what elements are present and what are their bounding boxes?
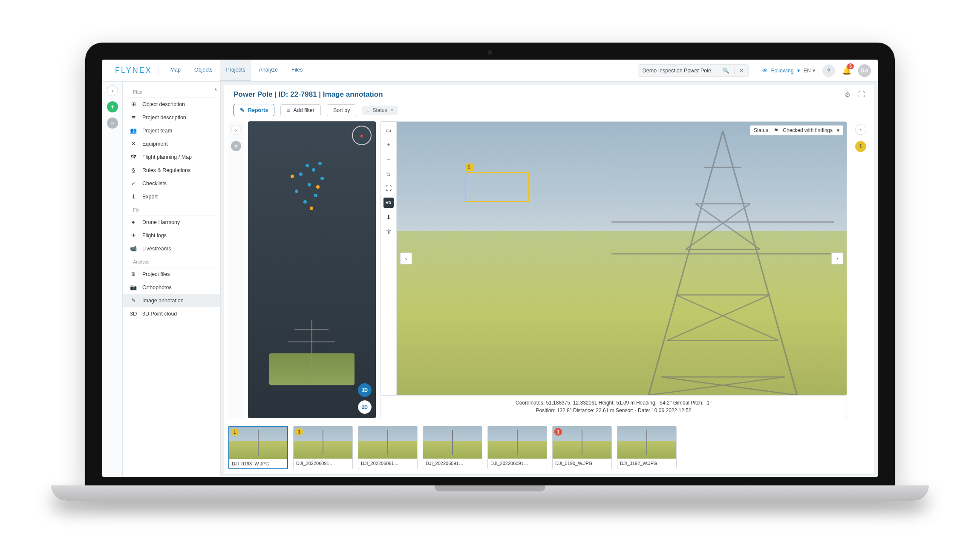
sidebar-item-3d-point-cloud[interactable]: 3D3D Point cloud: [123, 307, 220, 320]
sidebar-item-label: Rules & Regulations: [142, 167, 190, 173]
3d-viewer[interactable]: ◆: [248, 121, 376, 418]
content-rail-expand[interactable]: ›: [231, 125, 241, 135]
hd-toggle[interactable]: HD: [383, 198, 394, 208]
search-input[interactable]: [643, 68, 718, 74]
sidebar-section-fly: Fly: [126, 203, 217, 215]
rect-tool[interactable]: ▭: [383, 125, 394, 135]
zoom-in-button[interactable]: ＋: [383, 140, 394, 150]
add-button[interactable]: +: [107, 101, 118, 112]
language-select[interactable]: EN ▾: [804, 67, 816, 74]
sort-button[interactable]: Sort by: [327, 104, 357, 116]
annotation-box[interactable]: 1: [465, 172, 529, 202]
sidebar-item-label: Export: [142, 194, 158, 200]
notifications-button[interactable]: 🔔 6: [842, 66, 851, 75]
thumbnail-label: DJI_202206091…: [358, 459, 417, 468]
page-title: Power Pole | ID: 22-7981 | Image annotat…: [233, 90, 383, 99]
add-filter-button[interactable]: ≡ Add filter: [280, 104, 321, 116]
sidebar-item-flight-planning-map[interactable]: 🗺Flight planning / Map: [123, 150, 220, 164]
sidebar-item-label: Checklists: [142, 181, 167, 187]
thumbnail[interactable]: 1DJI_0168_W.JPG: [228, 426, 288, 469]
nav-objects[interactable]: Objects: [188, 60, 218, 81]
sidebar-item-label: Orthophotos: [142, 284, 172, 290]
right-panel-expand[interactable]: ‹: [855, 124, 866, 135]
sidebar-item-object-description[interactable]: ⊞Object description: [123, 98, 220, 111]
reports-button[interactable]: ✎ Reports: [233, 104, 274, 116]
sidebar-item-checklists[interactable]: ✓Checklists: [123, 177, 220, 190]
nav-files[interactable]: Files: [285, 60, 308, 81]
sidebar-item-project-description[interactable]: ≣Project description: [123, 111, 220, 124]
fullscreen-icon[interactable]: ⛶: [858, 91, 865, 99]
sidebar-item-label: Flight planning / Map: [142, 154, 192, 160]
thumbnail-label: DJI_0168_W.JPG: [229, 459, 287, 468]
rail-secondary-button[interactable]: ≡: [107, 118, 118, 129]
sidebar-item-icon: ✕: [130, 141, 137, 147]
status-filter-chip[interactable]: ↓ Status ×: [362, 106, 398, 115]
sidebar-item-project-team[interactable]: 👥Project team: [123, 124, 220, 137]
app-header: FLYNEX MapObjectsProjectsAnalyzeFiles 🔍 …: [102, 60, 878, 82]
nav-projects[interactable]: Projects: [220, 60, 251, 81]
following-toggle[interactable]: 👁 Following ▾: [762, 67, 800, 74]
project-sidebar: ‹ Plan⊞Object description≣Project descri…: [123, 82, 221, 477]
sidebar-item-label: Project files: [142, 271, 170, 277]
sidebar-item-flight-logs[interactable]: ✈Flight logs: [123, 229, 220, 242]
sidebar-item-project-files[interactable]: 🗎Project files: [123, 267, 220, 281]
sidebar-item-drone-harmony[interactable]: ●Drone Harmony: [123, 215, 220, 229]
view-3d-button[interactable]: 3D: [358, 383, 372, 397]
search-icon[interactable]: 🔍: [723, 67, 729, 74]
content-rail-list[interactable]: ≡: [231, 141, 241, 151]
thumbnail[interactable]: DJI_0192_W.JPG: [617, 426, 677, 469]
sidebar-section-analyze: Analyze: [126, 255, 217, 267]
user-avatar[interactable]: DA: [858, 64, 871, 77]
thumbnail[interactable]: DJI_202206091…: [423, 426, 482, 469]
help-button[interactable]: ?: [822, 64, 835, 77]
notification-badge: 6: [847, 63, 854, 69]
image-metadata: Coordinates: 51.188375, 12.332061 Height…: [380, 396, 847, 418]
sidebar-item-icon: §: [130, 167, 137, 173]
thumbnail-badge: 1: [295, 428, 303, 436]
fit-button[interactable]: ⛶: [383, 183, 394, 193]
sidebar-item-rules-regulations[interactable]: §Rules & Regulations: [123, 164, 220, 177]
nav-map[interactable]: Map: [164, 60, 187, 81]
nav-analyze[interactable]: Analyze: [253, 60, 284, 81]
meta-line-2: Position: 132.8° Distance: 32.61 m Senso…: [386, 407, 842, 414]
thumbnail-label: DJI_0190_W.JPG: [553, 459, 611, 468]
thumbnail[interactable]: 1DJI_202206091…: [293, 426, 353, 469]
content-left-rail: › ≡: [228, 121, 244, 418]
sidebar-collapse-button[interactable]: ‹: [215, 85, 217, 93]
download-button[interactable]: ⬇: [383, 212, 394, 222]
sidebar-item-label: Image annotation: [142, 298, 184, 304]
sidebar-item-livestreams[interactable]: 📹Livestreams: [123, 242, 220, 255]
chevron-down-icon: ▾: [813, 67, 816, 74]
sidebar-item-export[interactable]: ⤓Export: [123, 190, 220, 203]
next-image-button[interactable]: ›: [831, 253, 843, 264]
meta-line-1: Coordinates: 51.188375, 12.332061 Height…: [386, 399, 842, 407]
sidebar-item-orthophotos[interactable]: 📷Orthophotos: [123, 281, 220, 294]
image-canvas[interactable]: Status: ⚑ Checked with findings ▾ 1 ‹ ›: [397, 122, 847, 395]
settings-icon[interactable]: ⚙: [845, 91, 850, 99]
sidebar-item-icon: ●: [130, 219, 137, 225]
image-status-dropdown[interactable]: Status: ⚑ Checked with findings ▾: [750, 125, 843, 135]
project-search[interactable]: 🔍 | ✕: [638, 64, 749, 77]
view-2d-button[interactable]: 2D: [358, 400, 372, 414]
image-tools: ▭ ＋ － ⌂ ⛶ HD ⬇ 🗑: [380, 122, 397, 395]
thumbnail-label: DJI_202206091…: [294, 459, 352, 468]
home-button[interactable]: ⌂: [383, 169, 394, 179]
image-viewer: ▭ ＋ － ⌂ ⛶ HD ⬇ 🗑: [380, 121, 847, 396]
annotation-count-badge[interactable]: 1: [855, 141, 866, 152]
sidebar-item-equipment[interactable]: ✕Equipment: [123, 137, 220, 150]
compass-icon[interactable]: ◆: [352, 126, 372, 145]
thumbnail[interactable]: DJI_202206091…: [487, 426, 547, 469]
zoom-out-button[interactable]: －: [383, 154, 394, 164]
thumbnail[interactable]: DJI_202206091…: [358, 426, 418, 469]
remove-chip-icon[interactable]: ×: [391, 107, 394, 113]
prev-image-button[interactable]: ‹: [400, 253, 412, 264]
thumbnail-label: DJI_202206091…: [488, 459, 547, 468]
delete-button[interactable]: 🗑: [383, 227, 394, 237]
chevron-down-icon: ▾: [837, 127, 839, 133]
thumbnail[interactable]: 1DJI_0190_W.JPG: [552, 426, 612, 469]
sidebar-item-image-annotation[interactable]: ✎Image annotation: [123, 294, 220, 307]
clear-search-icon[interactable]: ✕: [739, 67, 744, 74]
sidebar-item-label: Equipment: [142, 141, 168, 147]
sidebar-item-icon: 🗺: [130, 154, 137, 160]
rail-expand-button[interactable]: ›: [107, 85, 118, 96]
